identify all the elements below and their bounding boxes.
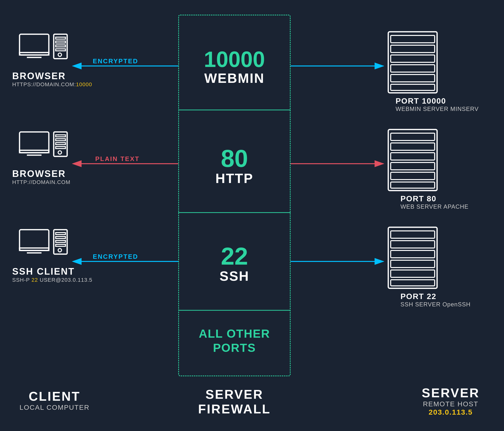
firewall-bottom-label: SERVER FIREWALL xyxy=(190,387,278,416)
svg-rect-50 xyxy=(391,153,435,160)
svg-rect-45 xyxy=(391,75,435,82)
svg-rect-44 xyxy=(391,65,435,72)
svg-rect-27 xyxy=(56,139,65,141)
svg-rect-51 xyxy=(391,162,435,170)
svg-rect-19 xyxy=(56,45,65,47)
port-other-section: ALL OTHERPORTS xyxy=(178,313,291,369)
svg-rect-43 xyxy=(391,55,435,62)
port-22-name: SSH xyxy=(220,268,249,284)
svg-rect-36 xyxy=(56,237,65,238)
svg-rect-42 xyxy=(391,45,435,53)
svg-rect-49 xyxy=(391,143,435,150)
svg-rect-29 xyxy=(56,147,65,149)
arrow-label-plaintext: PLAIN TEXT xyxy=(95,155,140,163)
svg-rect-26 xyxy=(56,135,65,137)
browser-2-label: BROWSER HTTP://DOMAIN.COM xyxy=(12,169,70,185)
svg-rect-40 xyxy=(388,32,437,93)
svg-rect-41 xyxy=(391,35,435,43)
svg-rect-58 xyxy=(391,260,435,268)
port-webmin-section: 10000 WEBMIN xyxy=(178,24,291,110)
svg-rect-34 xyxy=(54,230,67,254)
svg-rect-55 xyxy=(391,231,435,238)
svg-point-39 xyxy=(58,248,62,252)
server-bottom-label: SERVER REMOTE HOST 203.0.113.5 xyxy=(422,386,480,416)
svg-rect-48 xyxy=(391,133,435,140)
server-10000-label: PORT 10000 WEBMIN SERVER MINSERV xyxy=(396,97,479,112)
svg-rect-18 xyxy=(56,41,65,43)
svg-rect-60 xyxy=(391,280,435,286)
svg-rect-13 xyxy=(20,34,49,55)
svg-rect-16 xyxy=(54,34,67,59)
svg-rect-46 xyxy=(391,84,435,90)
port-http-section: 80 HTTP xyxy=(178,120,291,213)
svg-rect-17 xyxy=(56,37,65,39)
svg-rect-31 xyxy=(20,230,49,250)
port-22-number: 22 xyxy=(221,244,248,268)
browser-1-label: BROWSER HTTPS://DOMAIN.COM:10000 xyxy=(12,71,92,88)
ssh-client-label: SSH CLIENT SSH-P 22 USER@203.0.113.5 xyxy=(12,266,92,283)
svg-rect-57 xyxy=(391,250,435,258)
svg-rect-59 xyxy=(391,270,435,277)
svg-point-30 xyxy=(58,151,62,154)
browser-2-url: HTTP://DOMAIN.COM xyxy=(12,179,70,185)
port-ssh-section: 22 SSH xyxy=(178,217,291,310)
svg-rect-54 xyxy=(388,227,437,288)
server-22-label: PORT 22 SSH SERVER OpenSSH xyxy=(400,292,471,308)
server-ip: 203.0.113.5 xyxy=(422,408,480,416)
server-80-label: PORT 80 WEB SERVER APACHE xyxy=(400,194,469,210)
port-80-number: 80 xyxy=(221,146,248,171)
svg-point-21 xyxy=(58,53,62,56)
svg-rect-35 xyxy=(56,233,65,235)
svg-rect-47 xyxy=(388,129,437,191)
port-10000-name: WEBMIN xyxy=(204,70,264,86)
svg-rect-56 xyxy=(391,241,435,248)
browser-1-url-prefix: HTTPS://DOMAIN.COM: xyxy=(12,81,76,87)
svg-rect-28 xyxy=(56,143,65,145)
port-other-label: ALL OTHERPORTS xyxy=(199,327,270,355)
svg-rect-14 xyxy=(20,53,49,55)
svg-rect-38 xyxy=(56,244,65,246)
port-10000-number: 10000 xyxy=(204,48,265,70)
client-bottom-label: CLIENT LOCAL COMPUTER xyxy=(20,389,90,411)
ssh-client-url-prefix: SSH-P xyxy=(12,277,32,283)
svg-rect-32 xyxy=(20,248,49,250)
port-80-name: HTTP xyxy=(215,171,253,186)
arrow-label-encrypted-3: ENCRYPTED xyxy=(93,253,138,260)
svg-rect-20 xyxy=(56,49,65,51)
svg-rect-22 xyxy=(20,132,49,153)
svg-rect-25 xyxy=(54,132,67,156)
svg-rect-23 xyxy=(20,150,49,153)
svg-rect-37 xyxy=(56,240,65,242)
diagram-container: 10000 WEBMIN 80 HTTP 22 SSH ALL OTHERPOR… xyxy=(0,0,504,431)
svg-rect-53 xyxy=(391,182,435,188)
arrow-label-encrypted-1: ENCRYPTED xyxy=(93,57,138,65)
ssh-client-url-port: 22 xyxy=(32,277,38,283)
svg-rect-52 xyxy=(391,172,435,180)
ssh-client-url-suffix: USER@203.0.113.5 xyxy=(38,277,92,283)
browser-1-url-port: 10000 xyxy=(76,81,92,87)
